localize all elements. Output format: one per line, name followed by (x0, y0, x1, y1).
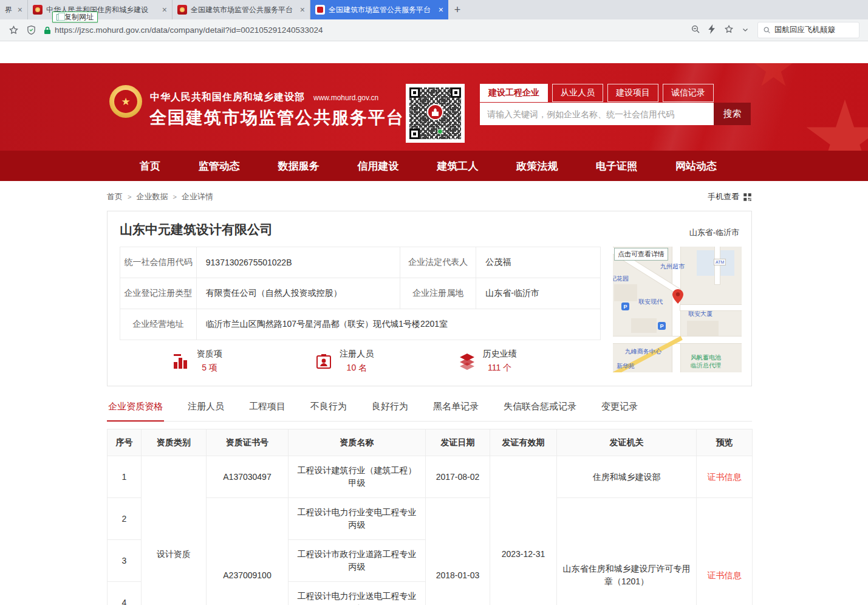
cell-no: 1 (108, 456, 142, 498)
company-region: 山东省-临沂市 (689, 227, 739, 238)
search-tab-project[interactable]: 建设项目 (607, 84, 658, 102)
bookmark-star-icon[interactable] (9, 25, 19, 35)
search-tab-enterprise[interactable]: 建设工程企业 (480, 84, 548, 102)
tab-good-behavior[interactable]: 良好行为 (371, 401, 409, 421)
cell-cert-no: A137030497 (207, 456, 289, 498)
tab-title: 全国建筑市场监管公共服务平台 (191, 5, 296, 15)
col-header: 资质证书号 (207, 429, 289, 456)
site-favicon (177, 5, 187, 15)
tab-qualifications[interactable]: 企业资质资格 (107, 401, 164, 422)
cell-qual-name: 工程设计电力行业变电工程专业丙级 (289, 498, 426, 540)
nav-item-policy[interactable]: 政策法规 (516, 159, 558, 173)
cell-issue-date: 2018-01-03 (426, 498, 490, 605)
breadcrumb-home[interactable]: 首页 (107, 191, 123, 202)
mobile-view-button[interactable]: 手机查看 (708, 191, 752, 202)
browser-tab-partial[interactable]: 界 × (0, 0, 28, 19)
banner-search: 搜索 (480, 103, 751, 125)
cell-qual-name: 工程设计电力行业送电工程专业丙级 (289, 582, 426, 605)
map-label: 联安大厦 (688, 310, 713, 318)
tab-projects[interactable]: 工程项目 (248, 401, 287, 421)
hot-search-box[interactable]: 国航回应飞机颠簸 (757, 22, 859, 38)
stat-qualifications[interactable]: 资质项 5 项 (172, 349, 315, 374)
search-tab-credit[interactable]: 诚信记录 (663, 84, 714, 102)
page-title: 山东中元建筑设计有限公司 (120, 221, 273, 238)
browser-address-bar: https://jzsc.mohurd.gov.cn/data/company/… (0, 19, 868, 41)
favorite-star-icon[interactable] (724, 24, 734, 36)
tab-change-records[interactable]: 变更记录 (600, 401, 639, 421)
stat-label: 历史业绩 (483, 349, 517, 360)
search-icon (763, 26, 771, 34)
nav-item-data-service[interactable]: 数据服务 (278, 159, 320, 173)
nav-item-home[interactable]: 首页 (140, 159, 160, 173)
site-banner: 中华人民共和国住房和城乡建设部 www.mohurd.gov.cn 全国建筑市场… (0, 63, 868, 151)
tab-close-icon[interactable]: × (300, 5, 305, 14)
field-value: 临沂市兰山区陶然路107号星河晶都（联安）现代城1号楼2201室 (196, 309, 600, 340)
col-header: 发证机关 (557, 429, 697, 456)
tab-registered-personnel[interactable]: 注册人员 (186, 401, 225, 421)
tab-close-icon[interactable]: × (439, 5, 443, 14)
new-tab-button[interactable]: + (448, 0, 466, 19)
banner-star-icon (800, 87, 868, 151)
field-value: 公茂福 (476, 247, 601, 278)
qr-code (406, 84, 465, 143)
stat-registered-personnel[interactable]: 注册人员 10 名 (315, 349, 457, 374)
cert-info-link[interactable]: 证书信息 (708, 472, 742, 482)
map-thumbnail[interactable]: 点击可查看详情 九州超市 ATM 纪花园 联安现代 联安大厦 九峰商务中心 新华… (613, 247, 742, 372)
chevron-down-icon[interactable] (742, 25, 749, 36)
search-tab-personnel[interactable]: 从业人员 (552, 84, 603, 102)
tab-close-icon[interactable]: × (18, 5, 22, 14)
tab-blacklist[interactable]: 黑名单记录 (432, 401, 480, 421)
table-row: 1 设计资质 A137030497 工程设计建筑行业（建筑工程）甲级 2017-… (108, 456, 753, 498)
field-label: 企业登记注册类型 (120, 278, 197, 309)
cell-no: 4 (108, 582, 142, 605)
address-bar-actions (691, 24, 749, 36)
breadcrumb-company-data[interactable]: 企业数据 (136, 191, 168, 202)
field-label: 企业法定代表人 (400, 247, 476, 278)
site-favicon (33, 5, 43, 15)
company-info-table: 统一社会信用代码 91371302675501022B 企业法定代表人 公茂福 … (120, 247, 601, 340)
cell-valid-until: 2023-12-31 (490, 456, 557, 605)
cell-category: 设计资质 (142, 456, 207, 605)
tab-title: 界 (5, 5, 14, 15)
url-text: https://jzsc.mohurd.gov.cn/data/company/… (55, 26, 323, 35)
browser-tab-mohurd[interactable]: 中华人民共和国住房和城乡建设 × (28, 0, 173, 19)
stat-label: 注册人员 (340, 349, 374, 360)
nav-item-certificates[interactable]: 电子证照 (596, 159, 637, 173)
page-content: 首页 > 企业数据 > 企业详情 手机查看 山东中元建筑设计有限公司 山东省-临… (107, 191, 752, 605)
nav-item-site-news[interactable]: 网站动态 (675, 159, 717, 173)
ministry-site-url: www.mohurd.gov.cn (313, 94, 378, 102)
field-label: 统一社会信用代码 (120, 247, 197, 278)
tab-dishonesty-records[interactable]: 失信联合惩戒记录 (502, 401, 578, 421)
qr-center-logo (427, 104, 443, 120)
browser-tab-jzsc[interactable]: 全国建筑市场监管公共服务平台 × (173, 0, 310, 19)
cert-info-link[interactable]: 证书信息 (708, 570, 742, 580)
tab-close-icon[interactable]: × (162, 5, 167, 14)
url-input[interactable]: https://jzsc.mohurd.gov.cn/data/company/… (44, 26, 683, 35)
cell-no: 2 (108, 498, 142, 540)
company-stats: 资质项 5 项 注册人员 10 名 (120, 349, 601, 374)
stat-historical-performance[interactable]: 历史业绩 111 个 (458, 349, 601, 374)
zoom-icon[interactable] (691, 24, 700, 36)
page-top-gap (0, 41, 868, 63)
keyword-search-input[interactable] (480, 103, 714, 125)
site-security-shield-icon[interactable] (27, 25, 36, 35)
personnel-badge-icon (315, 352, 333, 371)
lightning-icon[interactable] (708, 24, 716, 36)
copy-url-tooltip[interactable]: 复制网址 (52, 12, 98, 22)
col-header: 序号 (108, 429, 142, 456)
parking-icon: P (621, 302, 629, 310)
nav-item-credit[interactable]: 信用建设 (358, 159, 399, 173)
browser-window: 界 × 中华人民共和国住房和城乡建设 × 全国建筑市场监管公共服务平台 × 全国… (0, 0, 868, 605)
field-value: 山东省-临沂市 (476, 278, 601, 309)
layers-icon (458, 352, 476, 371)
col-header: 发证日期 (426, 429, 490, 456)
stat-label: 资质项 (197, 349, 222, 360)
browser-tab-active[interactable]: 全国建筑市场监管公共服务平台 × (310, 0, 448, 19)
map-building (614, 284, 637, 301)
col-header: 资质名称 (289, 429, 426, 456)
search-button[interactable]: 搜索 (714, 103, 751, 125)
map-pin-icon (672, 289, 683, 306)
nav-item-supervision[interactable]: 监管动态 (199, 159, 240, 173)
tab-bad-behavior[interactable]: 不良行为 (309, 401, 348, 421)
nav-item-workers[interactable]: 建筑工人 (437, 159, 478, 173)
